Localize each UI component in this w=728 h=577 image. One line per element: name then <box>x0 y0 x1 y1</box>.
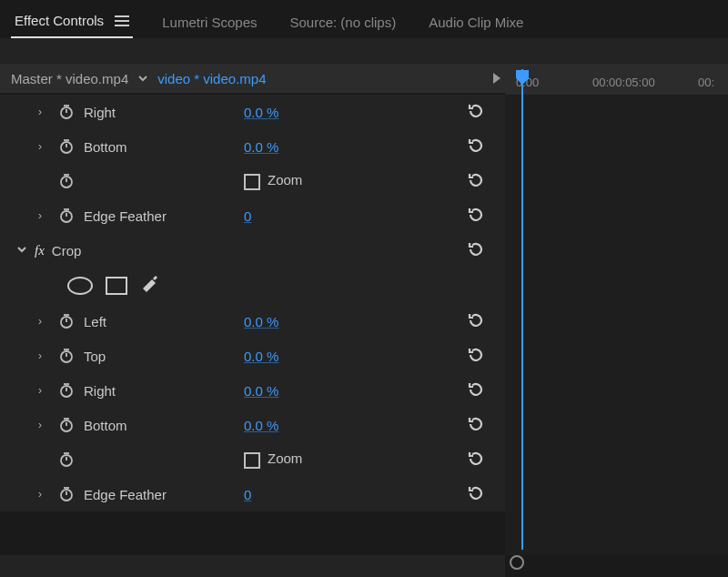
property-value[interactable]: 0.0 % <box>244 105 278 120</box>
reset-icon[interactable] <box>467 380 487 400</box>
panel-menu-icon[interactable] <box>115 14 129 29</box>
effect-title: Crop <box>52 243 82 258</box>
reset-icon[interactable] <box>467 240 487 260</box>
property-label: Zoom <box>268 172 302 187</box>
property-label: Bottom <box>84 139 127 155</box>
property-row-crop-zoom: › Zoom <box>0 442 505 477</box>
tab-effect-controls[interactable]: Effect Controls <box>11 7 133 39</box>
property-label: Right <box>84 383 116 399</box>
expand-icon[interactable]: › <box>38 419 51 431</box>
reset-icon[interactable] <box>467 484 487 504</box>
reset-icon[interactable] <box>467 137 487 157</box>
stopwatch-icon[interactable] <box>56 380 76 400</box>
property-label: Left <box>84 314 106 329</box>
stopwatch-icon[interactable] <box>56 102 76 122</box>
playhead-line[interactable] <box>521 69 523 550</box>
property-value[interactable]: 0.0 % <box>244 383 278 399</box>
ellipse-mask-icon[interactable] <box>67 277 93 295</box>
timeline-region[interactable] <box>505 95 728 577</box>
rectangle-mask-icon[interactable] <box>106 277 127 295</box>
property-row-crop-right: › Right 0.0 % <box>0 373 505 408</box>
property-value[interactable]: 0 <box>244 487 251 502</box>
panel-tabs: Effect Controls Lumetri Scopes Source: (… <box>0 0 728 38</box>
property-value[interactable]: 0 <box>244 208 251 224</box>
property-label: Edge Feather <box>84 487 167 502</box>
property-label: Top <box>84 349 106 364</box>
ruler-tick: 00: <box>698 76 714 89</box>
ruler-tick: 00:00:05:00 <box>592 76 655 89</box>
stopwatch-icon[interactable] <box>56 311 76 331</box>
reset-icon[interactable] <box>467 415 487 435</box>
fx-badge-icon[interactable]: fx <box>35 243 45 258</box>
zoom-checkbox[interactable] <box>244 452 260 469</box>
property-row-right: › Right 0.0 % <box>0 95 505 129</box>
stopwatch-icon[interactable] <box>56 171 76 191</box>
effect-properties: › Right 0.0 % › Bottom 0.0 % › Zoom <box>0 95 505 511</box>
expand-icon[interactable]: › <box>38 209 51 222</box>
reset-icon[interactable] <box>467 450 487 470</box>
tab-audio-clip-mixer[interactable]: Audio Clip Mixe <box>425 9 527 37</box>
zoom-checkbox[interactable] <box>244 174 260 190</box>
property-value[interactable]: 0.0 % <box>244 349 278 364</box>
active-clip-label[interactable]: video * video.mp4 <box>157 71 266 86</box>
pen-mask-icon[interactable] <box>140 275 162 297</box>
expand-icon[interactable]: › <box>38 384 51 397</box>
expand-icon[interactable]: › <box>38 349 51 362</box>
playhead-handle[interactable] <box>515 69 530 86</box>
timeline-ruler[interactable]: 0:00 00:00:05:00 00: <box>505 69 728 95</box>
property-label: Right <box>84 105 116 120</box>
clip-dropdown-icon[interactable] <box>137 71 148 86</box>
timeline-zoom-handle[interactable] <box>510 555 524 570</box>
expand-icon[interactable]: › <box>38 106 51 118</box>
property-value[interactable]: 0.0 % <box>244 418 278 433</box>
property-row-bottom: › Bottom 0.0 % <box>0 129 505 164</box>
expand-icon[interactable]: › <box>38 488 51 501</box>
reset-icon[interactable] <box>467 311 487 331</box>
property-value[interactable]: 0.0 % <box>244 139 278 155</box>
stopwatch-icon[interactable] <box>56 415 76 435</box>
property-row-zoom: › Zoom <box>0 164 505 198</box>
zoom-checkbox-wrap: Zoom <box>244 172 302 189</box>
effect-header-crop[interactable]: fx Crop <box>0 233 505 268</box>
property-row-edge-feather: › Edge Feather 0 <box>0 198 505 233</box>
stopwatch-icon[interactable] <box>56 450 76 470</box>
stopwatch-icon[interactable] <box>56 206 76 226</box>
property-row-crop-bottom: › Bottom 0.0 % <box>0 408 505 442</box>
expand-icon[interactable]: › <box>38 140 51 153</box>
property-label: Bottom <box>84 418 127 433</box>
tab-source[interactable]: Source: (no clips) <box>287 9 400 37</box>
property-label: Edge Feather <box>84 208 167 224</box>
property-row-crop-left: › Left 0.0 % <box>0 304 505 339</box>
tab-lumetri-scopes[interactable]: Lumetri Scopes <box>158 9 260 37</box>
collapse-icon[interactable] <box>16 244 29 258</box>
property-row-crop-edge-feather: › Edge Feather 0 <box>0 477 505 511</box>
panel-gap <box>0 38 728 64</box>
reset-icon[interactable] <box>467 346 487 366</box>
zoom-checkbox-wrap: Zoom <box>244 450 302 468</box>
mask-tools-row <box>0 268 505 304</box>
stopwatch-icon[interactable] <box>56 346 76 366</box>
stopwatch-icon[interactable] <box>56 484 76 504</box>
property-row-crop-top: › Top 0.0 % <box>0 339 505 373</box>
reset-icon[interactable] <box>467 171 487 191</box>
reset-icon[interactable] <box>467 206 487 226</box>
bottom-spacer-left <box>0 555 505 577</box>
property-value[interactable]: 0.0 % <box>244 314 278 329</box>
play-toggle-icon[interactable] <box>493 71 500 86</box>
master-clip-label[interactable]: Master * video.mp4 <box>11 71 128 86</box>
property-label: Zoom <box>268 450 302 466</box>
bottom-spacer-right <box>505 555 728 577</box>
reset-icon[interactable] <box>467 102 487 122</box>
stopwatch-icon[interactable] <box>56 137 76 157</box>
expand-icon[interactable]: › <box>38 315 51 328</box>
tab-label: Effect Controls <box>15 13 104 28</box>
